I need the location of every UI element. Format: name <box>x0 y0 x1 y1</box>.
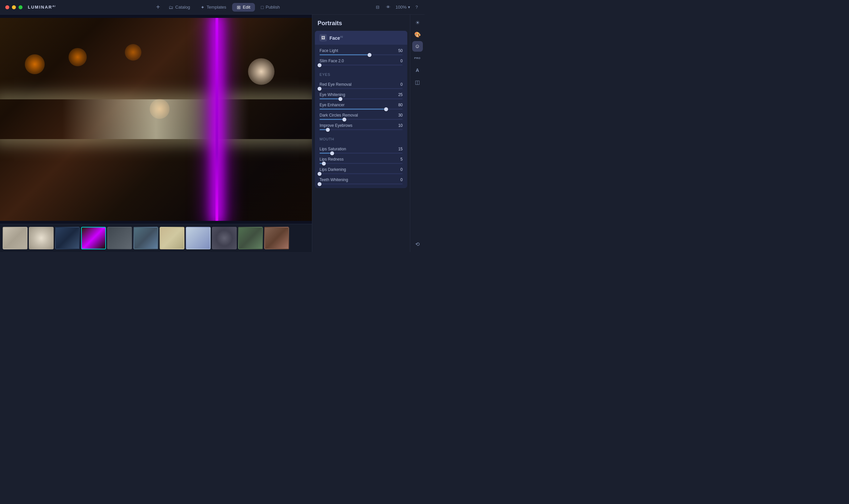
eye-whitening-value: 25 <box>395 92 403 97</box>
filmstrip <box>0 224 312 252</box>
filmstrip-item[interactable] <box>133 227 158 249</box>
tool-layers-button[interactable]: ◫ <box>412 77 423 87</box>
filmstrip-item[interactable] <box>264 227 289 249</box>
split-view-button[interactable]: ⊟ <box>375 3 381 11</box>
tool-palette-button[interactable]: 🎨 <box>412 29 423 40</box>
catalog-icon: 🗂 <box>168 5 173 10</box>
slim-face-thumb[interactable] <box>318 63 322 67</box>
lips-saturation-track[interactable] <box>320 152 403 154</box>
filmstrip-item[interactable] <box>29 227 54 249</box>
face-light-label: Face Light <box>320 48 338 53</box>
slim-face-track[interactable] <box>320 65 403 66</box>
edit-icon: ⊞ <box>237 5 241 10</box>
lips-darkening-track[interactable] <box>320 173 403 174</box>
filmstrip-item-active[interactable] <box>81 227 106 249</box>
eye-whitening-track[interactable] <box>320 98 403 100</box>
panels-area: Portraits 🖼 FaceAI Face Light 50 <box>312 15 410 252</box>
filmstrip-item[interactable] <box>55 227 80 249</box>
dark-circles-label: Dark Circles Removal <box>320 113 358 118</box>
tool-text-button[interactable]: A <box>412 65 423 75</box>
eye-enhancer-row: Eye Enhancer 80 <box>320 101 403 111</box>
eye-enhancer-track[interactable] <box>320 109 403 110</box>
lips-darkening-label: Lips Darkening <box>320 167 346 172</box>
filmstrip-item[interactable] <box>160 227 184 249</box>
filmstrip-item[interactable] <box>186 227 211 249</box>
lips-redness-thumb[interactable] <box>322 162 326 166</box>
editor-area <box>0 15 312 252</box>
tool-sun-button[interactable]: ☀ <box>412 17 423 28</box>
face-ai-section: 🖼 FaceAI Face Light 50 <box>315 31 407 188</box>
close-button[interactable] <box>5 5 9 9</box>
eyes-section-label: Eyes <box>315 69 407 78</box>
eye-whitening-row: Eye Whitening 25 <box>320 91 403 101</box>
red-eye-track[interactable] <box>320 88 403 89</box>
minimize-button[interactable] <box>12 5 16 9</box>
teeth-whitening-track[interactable] <box>320 183 403 184</box>
tool-history-button[interactable]: ⟲ <box>412 239 423 249</box>
red-eye-label: Red Eye Removal <box>320 82 351 87</box>
face-ai-icon: 🖼 <box>320 34 327 41</box>
improve-eyebrows-thumb[interactable] <box>326 128 330 132</box>
face-light-slider-row: Face Light 50 <box>320 47 403 57</box>
red-eye-value: 0 <box>395 82 403 87</box>
eye-enhancer-value: 80 <box>395 103 403 107</box>
lips-darkening-value: 0 <box>395 167 403 172</box>
eye-enhancer-label: Eye Enhancer <box>320 103 344 107</box>
nav-templates[interactable]: ✦ Templates <box>196 3 231 12</box>
improve-eyebrows-track[interactable] <box>320 129 403 130</box>
red-eye-removal-row: Red Eye Removal 0 <box>320 80 403 91</box>
face-light-thumb[interactable] <box>367 53 372 57</box>
mouth-section-label: Mouth <box>315 134 407 143</box>
photo-canvas <box>0 18 312 221</box>
filmstrip-item[interactable] <box>107 227 132 249</box>
improve-eyebrows-label: Improve Eyebrows <box>320 123 352 128</box>
main-layout: Portraits 🖼 FaceAI Face Light 50 <box>0 15 424 252</box>
face-light-track[interactable] <box>320 54 403 55</box>
nav-publish[interactable]: □ Publish <box>256 3 285 12</box>
slim-face-label: Slim Face 2.0 <box>320 59 344 63</box>
bokeh-5 <box>150 99 169 119</box>
bokeh-1 <box>25 54 45 74</box>
pro-label: PRO <box>414 57 420 60</box>
lips-saturation-label: Lips Saturation <box>320 147 346 151</box>
dark-circles-row: Dark Circles Removal 30 <box>320 111 403 122</box>
slim-face-value: 0 <box>395 59 403 63</box>
lips-saturation-thumb[interactable] <box>330 151 334 155</box>
filmstrip-item[interactable] <box>212 227 237 249</box>
lips-redness-track[interactable] <box>320 163 403 164</box>
nav-catalog[interactable]: 🗂 Catalog <box>164 3 195 12</box>
nav-edit[interactable]: ⊞ Edit <box>232 3 255 12</box>
preview-button[interactable]: 👁 <box>385 3 392 11</box>
dark-circles-value: 30 <box>395 113 403 118</box>
add-button[interactable]: + <box>153 3 163 11</box>
filmstrip-item[interactable] <box>238 227 263 249</box>
bokeh-2 <box>69 48 87 66</box>
right-sidebar: Portraits 🖼 FaceAI Face Light 50 <box>312 15 424 252</box>
maximize-button[interactable] <box>19 5 22 9</box>
bokeh-4 <box>248 58 274 85</box>
tool-pro-button[interactable]: PRO <box>412 53 423 64</box>
eye-whitening-thumb[interactable] <box>338 97 342 101</box>
tools-rail: ☀ 🎨 ☺ PRO A ◫ ⟲ <box>410 15 424 252</box>
red-eye-thumb[interactable] <box>318 87 322 91</box>
teeth-whitening-thumb[interactable] <box>318 182 322 186</box>
nav-bar: + 🗂 Catalog ✦ Templates ⊞ Edit □ Publish <box>64 3 375 12</box>
help-button[interactable]: ? <box>414 3 419 11</box>
eye-enhancer-thumb[interactable] <box>384 107 388 111</box>
publish-icon: □ <box>261 5 264 10</box>
lips-darkening-row: Lips Darkening 0 <box>320 166 403 176</box>
lips-redness-row: Lips Redness 5 <box>320 155 403 166</box>
tool-face-button[interactable]: ☺ <box>412 41 423 52</box>
dark-circles-track[interactable] <box>320 119 403 120</box>
zoom-control[interactable]: 100% ▾ <box>396 5 410 10</box>
dark-circles-thumb[interactable] <box>342 118 346 122</box>
filmstrip-item[interactable] <box>3 227 28 249</box>
eye-whitening-label: Eye Whitening <box>320 92 345 97</box>
face-ai-header[interactable]: 🖼 FaceAI <box>315 31 407 45</box>
improve-eyebrows-value: 10 <box>395 123 403 128</box>
face-light-value: 50 <box>395 48 403 53</box>
eyes-slider-group: Red Eye Removal 0 Eye Whitening 25 <box>315 78 407 134</box>
bokeh-3 <box>125 44 141 60</box>
lips-darkening-thumb[interactable] <box>318 172 322 176</box>
improve-eyebrows-row: Improve Eyebrows 10 <box>320 122 403 132</box>
